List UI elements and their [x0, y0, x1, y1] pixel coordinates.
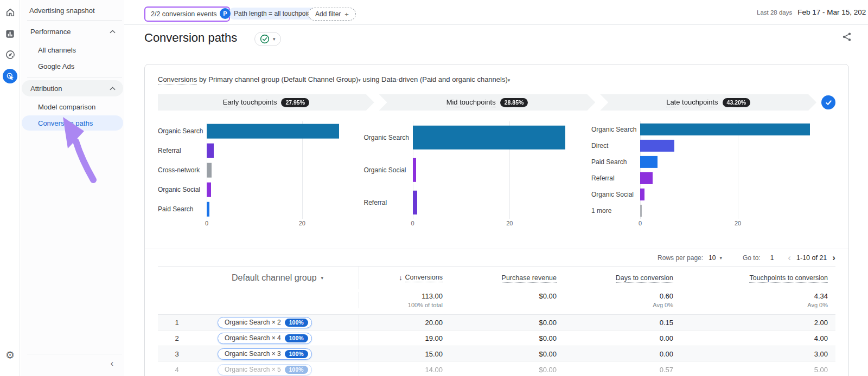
- cell-conversions: 20.00: [359, 315, 443, 330]
- bar-organic-social[interactable]: [413, 158, 416, 182]
- conversion-paths-card: Conversions by Primary channel group (De…: [144, 64, 849, 376]
- divider: [27, 77, 122, 77]
- report-status-dropdown[interactable]: ▾: [254, 32, 281, 46]
- table-row: 4Organic Search × 5100%14.00$0.000.575.0…: [158, 361, 835, 376]
- chart-row: Referral: [158, 141, 345, 160]
- column-header-conversions[interactable]: ↓ Conversions: [359, 267, 443, 289]
- touchpoint-charts: Organic SearchReferralCross-networkOrgan…: [158, 121, 835, 231]
- path-chip[interactable]: Organic Search × 4100%: [218, 333, 312, 344]
- goto-label: Go to:: [743, 254, 761, 262]
- collapse-sidebar-icon[interactable]: ‹: [21, 354, 124, 368]
- app-rail: ⚙: [0, 0, 20, 376]
- rows-per-page-select[interactable]: 10 ▾: [709, 254, 722, 262]
- chart-row: 1 more: [591, 203, 835, 219]
- bar-organic-social[interactable]: [207, 183, 211, 197]
- date-range-picker[interactable]: Last 28 days Feb 17 - Mar 15, 202: [757, 8, 868, 16]
- chart-row: Organic Social: [364, 154, 573, 186]
- path-chip[interactable]: Organic Search × 5100%: [218, 364, 312, 375]
- category-label: Organic Search: [158, 127, 207, 135]
- metric-label[interactable]: Conversions: [158, 75, 197, 85]
- path-cell: Organic Search × 3100%: [196, 348, 359, 360]
- cell-revenue: $0.00: [443, 366, 557, 374]
- explore-icon[interactable]: [0, 46, 20, 64]
- cell-revenue: $0.00: [443, 319, 557, 327]
- main-content: 2/2 conversion events ▾ P Path length = …: [124, 0, 868, 376]
- table-row: 3Organic Search × 3100%15.00$0.000.003.0…: [158, 346, 835, 361]
- bar-track: [207, 141, 345, 160]
- date-preset-label: Last 28 days: [757, 9, 792, 16]
- bar-track: [640, 138, 835, 154]
- category-label: Direct: [591, 142, 640, 150]
- path-chip[interactable]: Organic Search × 2100%: [218, 317, 312, 328]
- conversion-events-button[interactable]: 2/2 conversion events ▾: [144, 7, 230, 22]
- axis-tick: 20: [506, 220, 513, 226]
- table-row: 2Organic Search × 4100%19.00$0.000.004.0…: [158, 330, 835, 346]
- section-label: Performance: [30, 28, 71, 36]
- sort-desc-icon: ↓: [399, 274, 402, 282]
- bar-direct[interactable]: [640, 140, 674, 152]
- bar-track: [413, 154, 573, 186]
- bar-referral[interactable]: [413, 191, 417, 215]
- category-label: Organic Search: [591, 126, 640, 133]
- sidebar-item-advertising-snapshot[interactable]: Advertising snapshot: [21, 0, 124, 20]
- path-chip[interactable]: Organic Search × 3100%: [218, 348, 312, 360]
- sidebar-item-model-comparison[interactable]: Model comparison: [22, 99, 123, 114]
- chart-row: Organic Search: [364, 121, 573, 154]
- reports-icon[interactable]: [0, 24, 20, 43]
- stage-late-touchpoints[interactable]: Late touchpoints 43.20%: [600, 94, 816, 111]
- category-label: Referral: [364, 199, 413, 206]
- early-touchpoints-chart: Organic SearchReferralCross-networkOrgan…: [158, 121, 345, 231]
- path-cell: Organic Search × 4100%: [196, 333, 359, 344]
- sidebar-section-attribution[interactable]: Attribution: [22, 80, 123, 96]
- x-axis: 020: [364, 220, 573, 231]
- model-dropdown-caret[interactable]: ▾: [508, 77, 510, 83]
- bar-organic-social[interactable]: [640, 189, 644, 200]
- bar-organic-search[interactable]: [207, 124, 339, 139]
- chevron-up-icon: [110, 87, 116, 90]
- bar-organic-search[interactable]: [413, 126, 566, 150]
- cell-days: 0.15: [557, 319, 673, 327]
- next-page-icon[interactable]: ›: [832, 252, 835, 263]
- stage-mid-touchpoints[interactable]: Mid touchpoints 28.85%: [379, 94, 596, 111]
- share-icon[interactable]: [841, 31, 852, 42]
- divider: [27, 20, 122, 21]
- bar-organic-search[interactable]: [640, 124, 810, 135]
- cell-touchpoints: 4.00: [673, 334, 835, 342]
- row-index: 1: [158, 319, 196, 327]
- path-length-filter-chip[interactable]: P Path length = all touchpoin...: [220, 8, 322, 20]
- chevron-down-icon: ▾: [273, 36, 276, 42]
- total-revenue: $0.00: [443, 292, 557, 300]
- attribution-pct-badge: 100%: [285, 366, 308, 374]
- chart-row: Organic Social: [591, 186, 835, 203]
- column-header-days-to-conversion[interactable]: Days to conversion: [557, 274, 673, 282]
- bar-paid-search[interactable]: [207, 202, 209, 217]
- previous-page-icon[interactable]: ‹: [788, 252, 791, 263]
- sidebar-item-conversion-paths[interactable]: Conversion paths: [22, 115, 123, 131]
- bar-paid-search[interactable]: [640, 156, 658, 168]
- sidebar-item-all-channels[interactable]: All channels: [22, 42, 123, 57]
- column-header-purchase-revenue[interactable]: Purchase revenue: [443, 274, 557, 282]
- sidebar-section-performance[interactable]: Performance: [22, 23, 123, 40]
- home-icon[interactable]: [0, 3, 20, 22]
- add-filter-button[interactable]: Add filter +: [308, 8, 356, 21]
- bar-referral[interactable]: [640, 172, 653, 184]
- cell-touchpoints: 2.00: [673, 319, 835, 327]
- table-row: 1Organic Search × 2100%20.00$0.000.152.0…: [158, 314, 835, 330]
- column-header-touchpoints-to-conversion[interactable]: Touchpoints to conversion: [673, 274, 835, 282]
- sidebar-item-google-ads[interactable]: Google Ads: [22, 59, 123, 74]
- row-index: 4: [158, 366, 196, 374]
- advertising-icon[interactable]: [0, 67, 20, 85]
- bar-track: [207, 121, 345, 141]
- bar-1-more[interactable]: [640, 205, 642, 217]
- funnel-check-icon[interactable]: [821, 95, 835, 109]
- goto-page-input[interactable]: 1: [770, 254, 774, 262]
- bar-referral[interactable]: [207, 144, 214, 158]
- mid-touchpoints-chart: Organic SearchOrganic SocialReferral020: [364, 121, 573, 231]
- row-index: 3: [158, 350, 196, 358]
- dimension-column-header[interactable]: Default channel group ▾: [196, 273, 359, 283]
- settings-gear-icon[interactable]: ⚙: [0, 346, 20, 364]
- stage-early-touchpoints[interactable]: Early touchpoints 27.95%: [158, 94, 374, 111]
- category-label: Referral: [158, 147, 207, 154]
- bar-cross-network[interactable]: [207, 163, 212, 178]
- title-row: Conversion paths ▾: [124, 25, 868, 53]
